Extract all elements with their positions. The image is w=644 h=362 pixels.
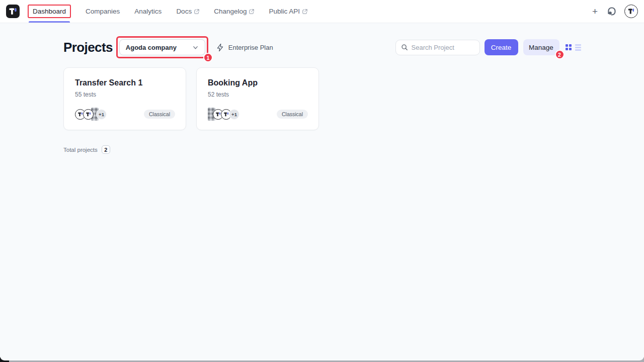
create-button[interactable]: Create <box>485 39 518 55</box>
avatar-logo-icon <box>85 111 92 118</box>
nav-item-changelog[interactable]: Changelog <box>214 0 254 23</box>
card-bottom-row: +1 Classical <box>208 108 308 121</box>
plan-info: Enterprise Plan <box>216 43 273 52</box>
nav-label: Changelog <box>214 8 247 15</box>
external-link-icon <box>249 9 254 14</box>
more-members-badge: +1 <box>229 109 239 120</box>
avatar-logo-icon <box>627 7 635 16</box>
member-avatar-logo <box>83 109 94 120</box>
topbar-right-cluster: + <box>591 5 638 18</box>
total-projects-label: Total projects <box>63 147 98 153</box>
plan-label: Enterprise Plan <box>228 44 273 51</box>
search-project-box <box>395 40 480 55</box>
active-tab-underline <box>29 21 70 23</box>
lightning-icon <box>216 43 224 52</box>
external-link-icon <box>302 9 307 14</box>
brand-logo-icon <box>8 6 18 17</box>
nav-label: Public API <box>269 8 300 15</box>
project-cards: Transfer Search 1 55 tests +1 <box>63 67 581 130</box>
total-projects-count: 2 <box>102 145 110 154</box>
total-projects-row: Total projects 2 <box>63 145 581 154</box>
nav-item-docs[interactable]: Docs <box>176 0 199 23</box>
project-type-badge: Classical <box>144 110 175 119</box>
news-feed-icon[interactable] <box>606 6 617 17</box>
search-icon <box>401 44 408 51</box>
nav-item-public-api[interactable]: Public API <box>269 0 307 23</box>
nav-item-dashboard[interactable]: Dashboard <box>28 0 71 23</box>
member-avatars: +1 <box>208 108 239 121</box>
manage-button[interactable]: Manage <box>523 39 559 55</box>
header-actions: Create Manage 2 <box>395 39 582 55</box>
nav-label: Docs <box>176 8 192 15</box>
chevron-down-icon <box>192 44 199 51</box>
projects-header-row: Projects Agoda company 1 Enterprise Plan <box>63 36 581 58</box>
projects-page: Projects Agoda company 1 Enterprise Plan <box>0 23 644 154</box>
nav-label: Analytics <box>134 8 162 15</box>
view-toggles <box>566 44 582 51</box>
nav-label: Dashboard <box>33 8 66 15</box>
more-members-badge: +1 <box>96 109 107 120</box>
company-selector[interactable]: Agoda company <box>119 39 205 55</box>
project-type-badge: Classical <box>277 110 308 119</box>
brand-logo[interactable] <box>6 5 20 18</box>
annotation-box-company-selector: Agoda company 1 <box>116 36 208 58</box>
page-title: Projects <box>63 40 113 55</box>
search-project-input[interactable] <box>412 44 467 51</box>
main-nav: Dashboard Companies Analytics Docs <box>28 0 307 23</box>
annotation-step-badge-1: 1 <box>203 53 213 62</box>
nav-item-companies[interactable]: Companies <box>86 0 120 23</box>
list-view-icon[interactable] <box>575 44 581 51</box>
project-card-transfer-search-1[interactable]: Transfer Search 1 55 tests +1 <box>63 67 186 130</box>
app-window: Dashboard Companies Analytics Docs <box>0 0 644 360</box>
grid-view-icon[interactable] <box>566 44 572 51</box>
company-selector-value: Agoda company <box>126 44 177 51</box>
external-link-icon <box>194 9 199 14</box>
project-name: Transfer Search 1 <box>75 78 175 87</box>
user-avatar[interactable] <box>624 5 638 18</box>
project-tests-count: 52 tests <box>208 91 308 98</box>
project-tests-count: 55 tests <box>75 91 175 98</box>
annotation-box-dashboard: Dashboard <box>28 5 71 18</box>
member-avatars: +1 <box>75 108 107 121</box>
card-bottom-row: +1 Classical <box>75 108 175 121</box>
annotation-step-badge-2: 2 <box>555 50 565 59</box>
project-card-booking-app[interactable]: Booking App 52 tests +1 <box>196 67 319 130</box>
nav-label: Companies <box>86 8 120 15</box>
manage-button-wrap: Manage 2 <box>523 39 559 55</box>
top-navigation-bar: Dashboard Companies Analytics Docs <box>0 0 644 23</box>
add-icon[interactable]: + <box>591 7 599 16</box>
nav-item-analytics[interactable]: Analytics <box>134 0 162 23</box>
project-name: Booking App <box>208 78 308 87</box>
screen: Dashboard Companies Analytics Docs <box>0 0 644 362</box>
